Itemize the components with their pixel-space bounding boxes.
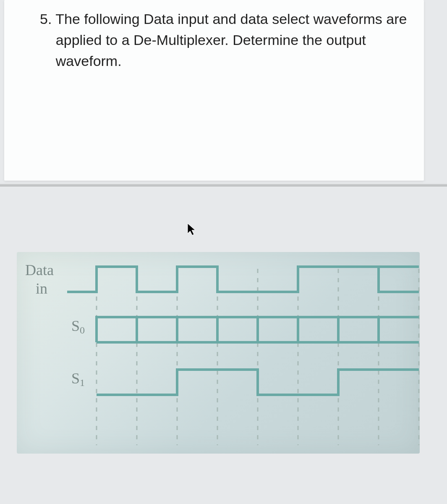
question-line-2: applied to a De-Multiplexer. Determine t… [56,32,366,48]
cursor-icon [187,223,197,236]
question-sheet: 5. The following Data input and data sel… [4,0,424,181]
question-text: 5. The following Data input and data sel… [40,8,418,71]
question-line-1: The following Data input and data select… [55,11,407,27]
page: 5. The following Data input and data sel… [0,0,447,504]
separator-line [0,184,447,186]
timing-diagram: Data in S0 S1 [17,252,420,454]
question-line-3: waveform. [56,53,122,69]
final-waves [59,260,420,449]
svg-rect-10 [59,260,420,449]
question-number: 5. [40,11,52,27]
waveforms-svg [17,252,420,454]
